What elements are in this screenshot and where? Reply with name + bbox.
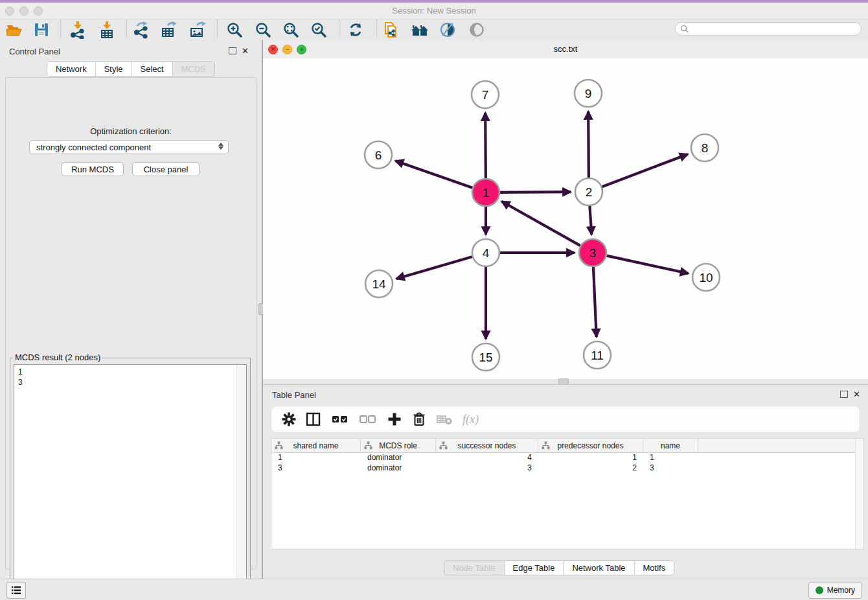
run-mcds-button[interactable]: Run MCDS — [62, 162, 124, 176]
tab-style[interactable]: Style — [95, 62, 131, 76]
delete-table-icon[interactable] — [436, 412, 453, 426]
tab-network[interactable]: Network — [47, 62, 95, 76]
table-scrollbar[interactable] — [855, 439, 863, 549]
result-scrollbar[interactable] — [236, 365, 246, 598]
import-network-button[interactable] — [67, 20, 88, 40]
node-6[interactable]: 6 — [365, 141, 392, 168]
zoom-in-button[interactable] — [224, 20, 245, 40]
task-history-button[interactable] — [6, 582, 26, 599]
optimization-criterion-label: Optimization criterion: — [6, 126, 256, 136]
select-all-icon[interactable] — [331, 412, 349, 426]
tab-mcds[interactable]: MCDS — [172, 62, 214, 76]
show-hide-style-button[interactable] — [437, 20, 458, 40]
close-panel-icon[interactable]: ✕ — [242, 48, 249, 54]
home-button[interactable] — [409, 20, 430, 40]
column-label: predecessor nodes — [557, 441, 623, 450]
edge-1-7[interactable] — [485, 113, 486, 178]
network-canvas[interactable]: 7968124314101511 — [263, 58, 868, 379]
tab-network-table[interactable]: Network Table — [563, 561, 634, 575]
open-session-button[interactable] — [4, 20, 25, 40]
search-input[interactable] — [691, 24, 861, 34]
table-cell: 3 — [436, 463, 538, 474]
mcds-result-list[interactable]: 13 — [14, 364, 247, 599]
refresh-button[interactable] — [345, 20, 366, 40]
table-row[interactable]: 3dominator323 — [271, 463, 863, 474]
node-label: 10 — [699, 271, 713, 284]
table-panel: Table Panel ✕ — [263, 384, 868, 579]
node-15[interactable]: 15 — [472, 343, 499, 371]
dropdown-stepper-icon — [218, 143, 223, 150]
close-table-panel-icon[interactable]: ✕ — [853, 391, 860, 398]
table-settings-gear-icon[interactable] — [282, 412, 296, 426]
column-header-name[interactable]: name — [643, 439, 698, 452]
close-panel-button[interactable]: Close panel — [132, 162, 200, 176]
table-cell: 1 — [271, 453, 361, 463]
column-header-MCDS-role[interactable]: MCDS role — [361, 439, 436, 452]
node-8[interactable]: 8 — [691, 134, 718, 161]
edge-2-9[interactable] — [588, 111, 589, 178]
toolbar-divider — [126, 19, 127, 39]
optimization-criterion-dropdown[interactable]: strongly connected component — [29, 140, 229, 154]
node-label: 15 — [479, 351, 492, 364]
deselect-all-icon[interactable] — [359, 412, 377, 426]
mcds-result-group: MCDS result (2 nodes) 13 — [10, 358, 251, 600]
table-toolbar: f(x) — [271, 406, 860, 433]
column-selector-icon[interactable] — [306, 412, 321, 426]
table-header-row: shared nameMCDS rolesuccessor nodesprede… — [271, 439, 863, 453]
node-7[interactable]: 7 — [472, 81, 499, 108]
table-cell: dominator — [361, 453, 436, 463]
float-table-panel-icon[interactable] — [840, 391, 848, 398]
edge-2-8[interactable] — [602, 154, 688, 187]
duplicate-network-button[interactable] — [381, 20, 402, 40]
add-column-icon[interactable] — [387, 411, 402, 427]
import-table-button[interactable] — [97, 20, 117, 40]
zoom-fit-button[interactable] — [280, 20, 301, 40]
node-3[interactable]: 3 — [579, 239, 606, 266]
network-graph[interactable]: 7968124314101511 — [263, 58, 868, 379]
tab-node-table[interactable]: Node Table — [444, 561, 504, 575]
toolbar-divider — [339, 19, 339, 39]
main-toolbar — [0, 19, 868, 41]
tab-motifs[interactable]: Motifs — [634, 561, 674, 575]
node-1[interactable]: 1 — [472, 179, 499, 206]
float-panel-icon[interactable] — [229, 47, 236, 54]
network-window-title: scc.txt — [263, 44, 868, 54]
node-14[interactable]: 14 — [365, 270, 393, 297]
node-2[interactable]: 2 — [575, 178, 602, 205]
toolbar-divider — [376, 19, 377, 39]
export-table-button[interactable] — [159, 20, 179, 40]
edge-1-2[interactable] — [500, 192, 571, 192]
node-10[interactable]: 10 — [692, 264, 720, 291]
column-tree-icon — [364, 441, 372, 450]
edge-4-14[interactable] — [396, 257, 472, 279]
delete-column-icon[interactable] — [412, 411, 426, 427]
memory-button[interactable]: Memory — [808, 582, 862, 599]
node-4[interactable]: 4 — [472, 239, 499, 266]
edge-2-3[interactable] — [589, 206, 591, 235]
save-session-button[interactable] — [31, 20, 52, 40]
window-titlebar: Session: New Session — [0, 3, 868, 19]
node-9[interactable]: 9 — [575, 80, 602, 107]
function-builder-icon[interactable]: f(x) — [463, 413, 479, 426]
search-field[interactable] — [675, 22, 862, 36]
duplicate-network-icon — [382, 21, 400, 39]
export-network-button[interactable] — [131, 20, 152, 40]
show-hide-graphics-button[interactable] — [466, 20, 487, 40]
tab-select[interactable]: Select — [131, 62, 172, 76]
tab-edge-table[interactable]: Edge Table — [504, 561, 564, 575]
node-11[interactable]: 11 — [584, 341, 611, 369]
edge-1-6[interactable] — [395, 161, 472, 188]
zoom-selected-button[interactable] — [308, 20, 329, 40]
export-image-button[interactable] — [187, 20, 208, 40]
node-table[interactable]: shared nameMCDS rolesuccessor nodesprede… — [271, 438, 864, 549]
zoom-out-button[interactable] — [253, 20, 273, 40]
column-header-successor-nodes[interactable]: successor nodes — [436, 439, 538, 452]
table-cell: 4 — [436, 453, 538, 463]
column-header-predecessor-nodes[interactable]: predecessor nodes — [538, 439, 643, 452]
edge-3-11[interactable] — [593, 267, 597, 337]
table-row[interactable]: 1dominator411 — [271, 453, 863, 463]
column-header-shared-name[interactable]: shared name — [271, 439, 361, 452]
edge-3-10[interactable] — [606, 256, 688, 273]
table-cell: 3 — [271, 463, 361, 474]
edge-3-1[interactable] — [501, 202, 580, 246]
